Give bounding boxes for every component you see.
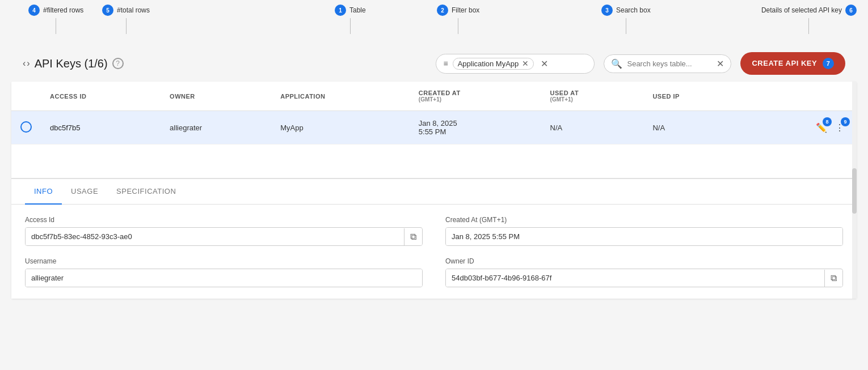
annotation-filter-box: 2 Filter box bbox=[437, 5, 479, 34]
owner-id-input[interactable] bbox=[446, 269, 824, 287]
filter-chip[interactable]: Application MyApp ✕ bbox=[453, 58, 534, 70]
row-radio-cell[interactable] bbox=[11, 111, 41, 144]
table-header-row: ACCESS ID OWNER APPLICATION CREATED AT (… bbox=[11, 82, 857, 111]
col-select bbox=[11, 82, 41, 111]
menu-button[interactable]: ⋮ 9 bbox=[832, 120, 848, 135]
table-row[interactable]: dbc5f7b5 alliegrater MyApp Jan 8, 2025 5… bbox=[11, 111, 857, 144]
filter-box[interactable]: ≡ Application MyApp ✕ ✕ bbox=[436, 54, 595, 74]
badge-4: 4 bbox=[28, 5, 40, 16]
access-id-cell: dbc5f7b5 bbox=[41, 111, 161, 144]
total-rows-label: #total rows bbox=[117, 6, 150, 14]
page-title: API Keys (1/6) bbox=[35, 57, 108, 70]
table-header: ACCESS ID OWNER APPLICATION CREATED AT (… bbox=[11, 82, 857, 111]
nav-back-icon[interactable]: ‹ bbox=[23, 58, 26, 69]
owner-cell: alliegrater bbox=[161, 111, 271, 144]
created-at-input-wrap bbox=[445, 227, 843, 246]
page-title-area: ‹ › API Keys (1/6) ? bbox=[23, 57, 124, 70]
field-group-created-at: Created At (GMT+1) bbox=[445, 216, 843, 246]
annotation-search-box: 3 Search box bbox=[601, 5, 651, 34]
col-application-label: APPLICATION bbox=[280, 93, 325, 100]
col-owner: OWNER bbox=[161, 82, 271, 111]
field-group-owner-id: Owner ID ⧉ bbox=[445, 257, 843, 287]
field-group-access-id: Access Id ⧉ bbox=[25, 216, 423, 246]
filter-clear-icon[interactable]: ✕ bbox=[541, 58, 548, 69]
search-input[interactable] bbox=[627, 59, 712, 68]
filter-chip-label: Application MyApp bbox=[458, 59, 519, 68]
row-radio-button[interactable] bbox=[20, 121, 32, 133]
search-box[interactable]: 🔍 ✕ bbox=[604, 54, 731, 73]
header-section: ‹ › API Keys (1/6) ? ≡ Application MyApp… bbox=[0, 45, 868, 82]
table-body: dbc5f7b5 alliegrater MyApp Jan 8, 2025 5… bbox=[11, 111, 857, 144]
annotation-filtered-rows: 4 #filtered rows bbox=[28, 5, 83, 34]
right-scrollbar[interactable] bbox=[852, 82, 857, 299]
table-label: Table bbox=[349, 6, 366, 14]
details-content: Access Id ⧉ Created At (GMT+1) Username bbox=[11, 205, 857, 299]
content-area: ACCESS ID OWNER APPLICATION CREATED AT (… bbox=[11, 82, 857, 299]
edit-button[interactable]: ✏️ 8 bbox=[814, 120, 829, 135]
field-group-username: Username bbox=[25, 257, 423, 287]
tab-specification[interactable]: SPECIFICATION bbox=[107, 179, 185, 205]
col-actions bbox=[742, 82, 857, 111]
search-clear-icon[interactable]: ✕ bbox=[717, 58, 724, 69]
created-at-input[interactable] bbox=[446, 228, 842, 245]
table-container: ACCESS ID OWNER APPLICATION CREATED AT (… bbox=[11, 82, 857, 144]
used-at-cell: N/A bbox=[541, 111, 644, 144]
col-created-at-label: CREATED AT bbox=[419, 90, 461, 96]
created-at-cell: Jan 8, 2025 5:55 PM bbox=[410, 111, 541, 144]
badge-1: 1 bbox=[335, 5, 346, 16]
col-created-at-sub: (GMT+1) bbox=[419, 96, 532, 103]
row-actions-cell: ✏️ 8 ⋮ 9 bbox=[742, 111, 857, 144]
nav-forward-icon[interactable]: › bbox=[27, 58, 30, 69]
empty-space bbox=[11, 144, 857, 178]
annotation-total-rows: 5 #total rows bbox=[102, 5, 150, 34]
col-access-id-label: ACCESS ID bbox=[50, 93, 86, 100]
tab-info[interactable]: INFO bbox=[25, 179, 62, 205]
owner-id-copy-button[interactable]: ⧉ bbox=[824, 270, 842, 287]
help-icon[interactable]: ? bbox=[112, 58, 124, 69]
access-id-input[interactable] bbox=[26, 228, 404, 245]
search-box-label: Search box bbox=[616, 6, 651, 14]
details-panel: INFO USAGE SPECIFICATION Access Id ⧉ Cre… bbox=[11, 178, 857, 299]
page-wrapper: 4 #filtered rows 5 #total rows 1 Table 2 bbox=[0, 0, 868, 370]
filtered-rows-label: #filtered rows bbox=[43, 6, 83, 14]
col-owner-label: OWNER bbox=[170, 93, 195, 100]
owner-id-input-wrap: ⧉ bbox=[445, 269, 843, 287]
menu-badge: 9 bbox=[841, 117, 850, 126]
badge-3: 3 bbox=[601, 5, 613, 16]
col-used-at: USED AT (GMT+1) bbox=[541, 82, 644, 111]
nav-arrows[interactable]: ‹ › bbox=[23, 58, 30, 69]
filter-icon: ≡ bbox=[443, 59, 448, 68]
annotation-details: Details of selected API key 6 bbox=[761, 5, 857, 34]
owner-id-label: Owner ID bbox=[445, 257, 843, 265]
create-button-badge: 7 bbox=[823, 58, 834, 69]
col-used-ip: USED IP bbox=[643, 82, 742, 111]
access-id-copy-button[interactable]: ⧉ bbox=[404, 228, 422, 245]
application-cell: MyApp bbox=[271, 111, 410, 144]
col-used-ip-label: USED IP bbox=[652, 93, 680, 100]
username-input-wrap bbox=[25, 269, 423, 287]
scrollbar-thumb bbox=[852, 168, 857, 214]
created-at-label: Created At (GMT+1) bbox=[445, 216, 843, 224]
create-button-label: CREATE API KEY bbox=[752, 59, 816, 67]
create-api-key-button[interactable]: CREATE API KEY 7 bbox=[740, 52, 845, 75]
col-created-at: CREATED AT (GMT+1) bbox=[410, 82, 541, 111]
api-keys-table: ACCESS ID OWNER APPLICATION CREATED AT (… bbox=[11, 82, 857, 144]
annotations-bar: 4 #filtered rows 5 #total rows 1 Table 2 bbox=[0, 0, 868, 45]
used-ip-cell: N/A bbox=[643, 111, 742, 144]
details-label: Details of selected API key bbox=[761, 6, 842, 14]
col-access-id: ACCESS ID bbox=[41, 82, 161, 111]
annotation-table: 1 Table bbox=[335, 5, 366, 34]
search-icon: 🔍 bbox=[611, 58, 622, 69]
filter-box-label: Filter box bbox=[452, 6, 479, 14]
created-at-line2: 5:55 PM bbox=[419, 127, 446, 136]
chip-remove-icon[interactable]: ✕ bbox=[522, 59, 529, 67]
badge-6: 6 bbox=[845, 5, 857, 16]
col-used-at-label: USED AT bbox=[550, 90, 579, 96]
row-actions: ✏️ 8 ⋮ 9 bbox=[751, 120, 848, 135]
access-id-label: Access Id bbox=[25, 216, 423, 224]
username-label: Username bbox=[25, 257, 423, 265]
username-input[interactable] bbox=[26, 269, 422, 287]
badge-5: 5 bbox=[102, 5, 113, 16]
col-used-at-sub: (GMT+1) bbox=[550, 96, 635, 103]
tab-usage[interactable]: USAGE bbox=[62, 179, 107, 205]
